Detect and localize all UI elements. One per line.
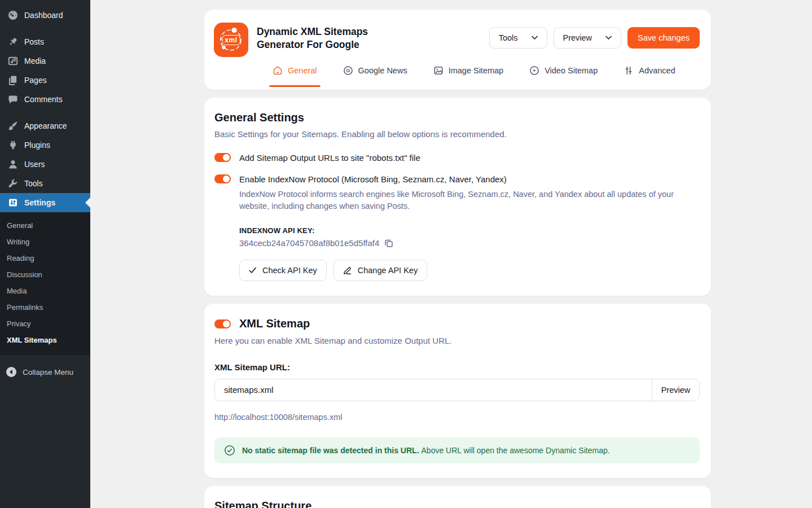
plugin-logo: xml <box>214 23 248 57</box>
sidebar-item-dashboard[interactable]: Dashboard <box>0 6 90 25</box>
sidebar-item-label: Plugins <box>24 141 50 150</box>
xml-sitemap-toggle[interactable] <box>214 319 231 329</box>
submenu-item-xml-sitemaps[interactable]: XML Sitemaps <box>7 332 90 348</box>
settings-icon <box>7 197 19 208</box>
robots-txt-toggle[interactable] <box>214 153 231 162</box>
check-api-key-button[interactable]: Check API Key <box>239 260 327 281</box>
indexnow-toggle[interactable] <box>214 174 231 183</box>
section-title: Sitemap Structure <box>214 500 700 508</box>
sidebar-item-appearance[interactable]: Appearance <box>0 116 90 135</box>
sidebar-item-label: Tools <box>24 179 43 188</box>
save-changes-button[interactable]: Save changes <box>627 27 700 49</box>
indexnow-toggle-label: Enable IndexNow Protocol (Microsoft Bing… <box>239 174 507 184</box>
comments-icon <box>7 94 19 105</box>
submenu-item-permalinks[interactable]: Permalinks <box>7 299 90 316</box>
plugin-tabs: General G Google News Image Sitemap <box>273 65 700 87</box>
check-circle-icon <box>224 445 235 456</box>
notice-rest-text: Above URL will open the awesome Dynamic … <box>422 446 610 455</box>
indexnow-description: IndexNow Protocol informs search engines… <box>239 189 677 213</box>
sidebar-item-settings[interactable]: Settings <box>0 193 90 212</box>
pencil-icon <box>343 266 352 275</box>
tab-video-sitemap[interactable]: Video Sitemap <box>529 65 598 87</box>
submenu-item-discussion[interactable]: Discussion <box>7 266 90 283</box>
home-icon <box>273 65 283 76</box>
chevron-down-icon <box>532 36 538 40</box>
pin-icon <box>7 36 19 47</box>
xml-sitemap-url-label: XML Sitemap URL: <box>214 362 700 372</box>
tab-label: Google News <box>358 66 407 75</box>
dashboard-icon <box>7 10 19 21</box>
pages-icon <box>7 75 19 86</box>
sidebar-item-tools[interactable]: Tools <box>0 174 90 193</box>
page-title: Dynamic XML Sitemaps Generator For Googl… <box>257 23 384 52</box>
google-news-icon: G <box>343 65 353 76</box>
change-api-key-label: Change API Key <box>358 266 418 275</box>
tab-image-sitemap[interactable]: Image Sitemap <box>433 65 504 87</box>
wrench-icon <box>7 178 19 189</box>
change-api-key-button[interactable]: Change API Key <box>333 260 427 281</box>
tab-label: Advanced <box>639 66 675 75</box>
preview-button-label: Preview <box>563 33 592 42</box>
check-icon <box>249 267 257 274</box>
settings-submenu: General Writing Reading Discussion Media… <box>0 212 90 355</box>
sidebar-separator <box>0 25 90 32</box>
collapse-arrow-icon <box>6 366 17 378</box>
tab-general[interactable]: General <box>273 65 317 87</box>
sidebar-item-media[interactable]: Media <box>0 51 90 71</box>
media-icon <box>7 55 19 67</box>
submenu-item-media[interactable]: Media <box>7 283 90 299</box>
url-preview-button[interactable]: Preview <box>652 379 699 401</box>
tools-button-label: Tools <box>499 33 518 42</box>
sidebar-item-posts[interactable]: Posts <box>0 32 90 51</box>
sidebar-item-label: Pages <box>24 76 47 85</box>
submenu-item-writing[interactable]: Writing <box>7 234 90 250</box>
admin-sidebar: Dashboard Posts Media Pages Comments App… <box>0 0 90 508</box>
sidebar-item-label: Posts <box>24 37 44 46</box>
sidebar-separator <box>0 109 90 116</box>
sidebar-item-label: Comments <box>24 95 63 104</box>
tab-google-news[interactable]: G Google News <box>343 65 407 87</box>
copy-icon[interactable] <box>384 239 393 248</box>
sidebar-item-label: Settings <box>24 198 55 207</box>
brush-icon <box>7 120 19 132</box>
user-icon <box>7 159 19 170</box>
collapse-menu-button[interactable]: Collapse Menu <box>0 362 90 382</box>
submenu-item-reading[interactable]: Reading <box>7 250 90 266</box>
svg-text:G: G <box>346 68 350 73</box>
main-content-area: xml Dynamic XML Sitemaps Generator For G… <box>90 0 812 508</box>
xml-sitemap-url-input[interactable] <box>215 379 652 401</box>
section-subtitle: Here you can enable XML Sitemap and cust… <box>214 335 700 348</box>
indexnow-api-key-value: 364cecb24a7045708af8b01e5d5ffaf4 <box>239 238 379 248</box>
submenu-item-general[interactable]: General <box>7 217 90 234</box>
submenu-item-privacy[interactable]: Privacy <box>7 316 90 332</box>
section-subtitle: Basic Settings for your Sitemaps. Enabli… <box>214 128 700 141</box>
plugin-header-card: xml Dynamic XML Sitemaps Generator For G… <box>204 10 711 90</box>
robots-txt-toggle-label: Add Sitemap Output URLs to site "robots.… <box>239 153 420 163</box>
logo-xml-text: xml <box>222 35 240 45</box>
section-title: General Settings <box>214 111 700 124</box>
sidebar-item-users[interactable]: Users <box>0 155 90 174</box>
sidebar-item-label: Users <box>24 160 45 169</box>
sitemap-status-notice: No static sitemap file was detected in t… <box>214 437 700 463</box>
tab-label: General <box>288 66 317 75</box>
collapse-menu-label: Collapse Menu <box>23 368 73 376</box>
section-title: XML Sitemap <box>239 317 310 330</box>
tab-label: Image Sitemap <box>449 66 504 75</box>
image-icon <box>433 65 444 76</box>
tools-dropdown-button[interactable]: Tools <box>489 27 547 49</box>
xml-sitemap-url-input-group: Preview <box>214 379 700 401</box>
tab-advanced[interactable]: Advanced <box>624 65 675 87</box>
sliders-icon <box>624 65 634 76</box>
sidebar-item-plugins[interactable]: Plugins <box>0 135 90 155</box>
preview-dropdown-button[interactable]: Preview <box>554 27 622 49</box>
chevron-down-icon <box>605 36 612 40</box>
sitemap-full-url-link[interactable]: http://localhost:10008/sitemaps.xml <box>214 413 342 422</box>
check-api-key-label: Check API Key <box>262 266 317 275</box>
sidebar-item-comments[interactable]: Comments <box>0 90 90 109</box>
plug-icon <box>7 139 19 151</box>
notice-strong-text: No static sitemap file was detected in t… <box>242 446 419 455</box>
sidebar-item-label: Dashboard <box>24 11 63 20</box>
sidebar-item-pages[interactable]: Pages <box>0 71 90 90</box>
sidebar-item-label: Media <box>24 56 46 65</box>
video-play-icon <box>529 65 539 76</box>
